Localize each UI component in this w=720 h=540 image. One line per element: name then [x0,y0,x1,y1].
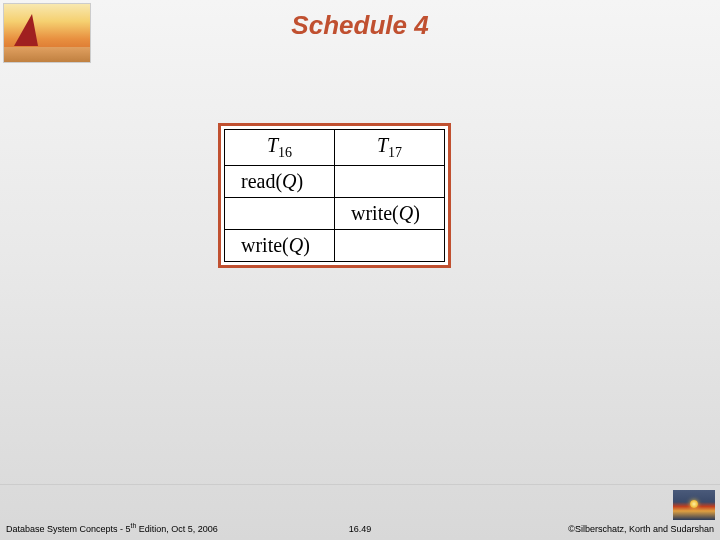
slide-title: Schedule 4 [0,10,720,41]
cell-t17-op1 [335,166,445,198]
footer-left: Database System Concepts - 5th Edition, … [6,522,218,534]
cell-t16-op2 [225,198,335,230]
footer: Database System Concepts - 5th Edition, … [0,518,720,534]
cell-t17-op3 [335,230,445,262]
schedule-table: T16 T17 read(Q) write(Q) [224,129,445,262]
footer-right: ©Silberschatz, Korth and Sudarshan [568,524,714,534]
table-header-t17: T17 [335,130,445,166]
schedule-table-container: T16 T17 read(Q) write(Q) [218,123,451,268]
cell-t16-op3: write(Q) [225,230,335,262]
bottom-right-logo [673,490,715,520]
table-row: write(Q) [225,230,445,262]
sun-icon [690,500,698,508]
cell-t17-op2: write(Q) [335,198,445,230]
footer-center: 16.49 [349,524,372,534]
table-row: write(Q) [225,198,445,230]
table-row: read(Q) [225,166,445,198]
table-header-t16: T16 [225,130,335,166]
divider-line [0,484,720,485]
cell-t16-op1: read(Q) [225,166,335,198]
